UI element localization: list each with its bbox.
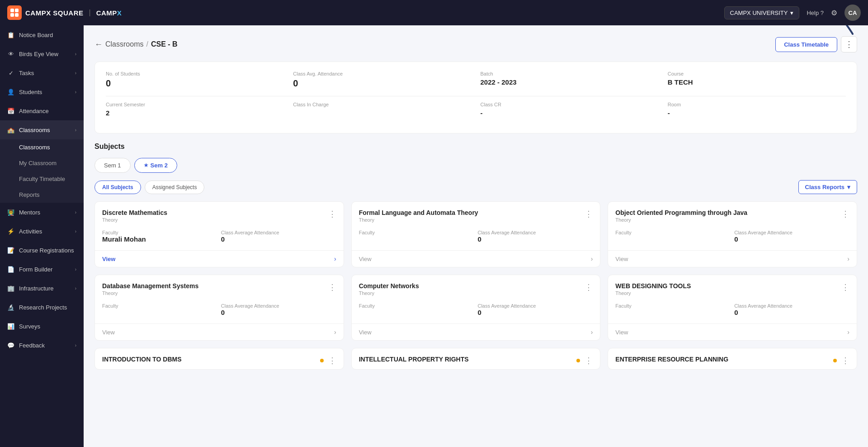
info-field-students: No. of Students 0	[106, 71, 284, 89]
surveys-icon: 📊	[7, 323, 14, 330]
sidebar-item-activities[interactable]: ⚡ Activities ›	[0, 222, 84, 241]
warning-dot	[576, 359, 580, 362]
tasks-icon: ✓	[7, 69, 14, 76]
research-icon: 🔬	[7, 304, 14, 311]
avatar[interactable]: CA	[844, 5, 861, 21]
tab-sem2[interactable]: ★ Sem 2	[134, 158, 177, 173]
sidebar-item-form-builder[interactable]: 📄 Form Builder ›	[0, 260, 84, 279]
students-icon: 👤	[7, 88, 14, 95]
view-link[interactable]: View	[102, 329, 115, 336]
sidebar-item-notice-board[interactable]: 📋 Notice Board	[0, 25, 84, 44]
chevron-right-icon: ›	[75, 343, 76, 348]
subject-card-erp: ENTERPRISE RESOURCE PLANNING ⋮	[608, 348, 857, 370]
sidebar-item-students[interactable]: 👤 Students ›	[0, 82, 84, 101]
card-more-icon[interactable]: ⋮	[585, 282, 593, 292]
faculty-value	[615, 309, 731, 316]
card-chevron-icon: ›	[334, 328, 336, 336]
card-more-icon[interactable]: ⋮	[841, 282, 849, 292]
card-title: INTRODUCTION TO DBMS	[102, 356, 182, 363]
card-title: ENTERPRISE RESOURCE PLANNING	[615, 356, 728, 363]
attendance-icon: 📅	[7, 107, 14, 114]
dropdown-icon: ▾	[790, 10, 793, 16]
faculty-label: Faculty	[359, 230, 474, 235]
card-more-icon[interactable]: ⋮	[328, 209, 336, 219]
filter-bar: All Subjects Assigned Subjects Class Rep…	[94, 180, 857, 194]
sidebar-sub-my-classroom[interactable]: My Classroom	[0, 155, 84, 171]
sidebar-label-infrastructure: Infrastructure	[19, 285, 54, 292]
logo-campx-text: CAMPX	[96, 9, 122, 17]
sidebar-item-attendance[interactable]: 📅 Attendance	[0, 101, 84, 120]
sidebar-item-feedback[interactable]: 💬 Feedback ›	[0, 336, 84, 355]
view-link[interactable]: View	[615, 329, 628, 336]
logo: CAMPX SQUARE | CAMPX	[7, 5, 122, 20]
main-layout: 📋 Notice Board 👁 Birds Eye View › ✓ Task…	[0, 25, 868, 447]
settings-icon[interactable]: ⚙	[831, 9, 837, 17]
filter-pills: All Subjects Assigned Subjects	[94, 181, 204, 194]
help-button[interactable]: Help ?	[807, 10, 824, 16]
breadcrumb: ← Classrooms / CSE - B	[94, 40, 178, 49]
view-link[interactable]: View	[359, 329, 372, 336]
subject-card-dbms: Database Management Systems Theory ⋮ Fac…	[94, 275, 344, 341]
back-button[interactable]: ←	[94, 40, 103, 49]
class-timetable-button[interactable]: Class Timetable	[775, 37, 837, 52]
subject-card-ipr: INTELLECTUAL PROPERTY RIGHTS ⋮	[351, 348, 601, 370]
sidebar-sub-classrooms[interactable]: Classrooms	[0, 139, 84, 155]
sidebar-label-tasks: Tasks	[19, 70, 34, 76]
attendance-label: Class Average Attendance	[477, 230, 593, 235]
subject-card-web-designing: WEB DESIGNING TOOLS Theory ⋮ Faculty	[608, 275, 857, 341]
card-more-icon[interactable]: ⋮	[841, 209, 849, 219]
class-cr-label: Class CR	[481, 102, 659, 107]
subject-card-discrete-math: Discrete Mathematics Theory ⋮ Faculty Mu…	[94, 201, 344, 267]
sub-label-classrooms: Classrooms	[19, 144, 50, 151]
batch-label: Batch	[481, 71, 659, 76]
filter-all-subjects[interactable]: All Subjects	[94, 181, 141, 194]
card-more-icon[interactable]: ⋮	[585, 356, 593, 366]
sidebar-item-birds-eye-view[interactable]: 👁 Birds Eye View ›	[0, 44, 84, 63]
info-field-attendance: Class Avg. Attendance 0	[293, 71, 471, 89]
attendance-label: Class Average Attendance	[221, 230, 336, 235]
view-link[interactable]: View	[359, 256, 372, 262]
subjects-section: Subjects Sem 1 ★ Sem 2 All Subjects Assi…	[94, 143, 857, 370]
card-more-icon[interactable]: ⋮	[328, 356, 336, 366]
info-grid-bottom: Current Semester 2 Class In Charge Class…	[106, 102, 846, 117]
card-more-icon[interactable]: ⋮	[585, 209, 593, 219]
reports-label: Class Reports	[805, 184, 844, 190]
university-selector[interactable]: CAMPX UNIVERSITY ▾	[724, 6, 800, 19]
sidebar-item-mentors[interactable]: 👨‍🏫 Mentors ›	[0, 203, 84, 222]
card-chevron-icon: ›	[591, 328, 593, 336]
view-link[interactable]: View	[102, 256, 115, 262]
info-grid-top: No. of Students 0 Class Avg. Attendance …	[106, 71, 846, 89]
attendance-value: 0	[734, 235, 849, 243]
sidebar-item-tasks[interactable]: ✓ Tasks ›	[0, 63, 84, 82]
logo-brand-text: CAMPX SQUARE	[25, 9, 84, 17]
sub-label-reports: Reports	[19, 191, 40, 198]
sidebar-item-surveys[interactable]: 📊 Surveys	[0, 317, 84, 336]
sidebar-label-students: Students	[19, 89, 42, 95]
card-chevron-icon: ›	[847, 328, 849, 336]
card-more-icon[interactable]: ⋮	[328, 282, 336, 292]
card-title: Object Oriented Programming through Java	[615, 209, 747, 216]
course-reg-icon: 📝	[7, 247, 14, 254]
sidebar-label-notice-board: Notice Board	[19, 32, 53, 38]
sidebar-sub-faculty-timetable[interactable]: Faculty Timetable	[0, 171, 84, 187]
sidebar-item-course-registrations[interactable]: 📝 Course Registrations	[0, 241, 84, 260]
faculty-value	[615, 235, 731, 243]
sidebar-item-research-projects[interactable]: 🔬 Research Projects	[0, 298, 84, 317]
room-value: -	[668, 109, 846, 117]
chevron-right-icon: ›	[75, 210, 76, 215]
class-reports-button[interactable]: Class Reports ▾	[798, 180, 857, 194]
card-type: Theory	[615, 217, 747, 223]
more-options-button[interactable]: ⋮	[841, 36, 857, 52]
view-link[interactable]: View	[615, 256, 628, 262]
logo-icon	[7, 5, 22, 20]
sidebar-item-infrastructure[interactable]: 🏢 Infrastructure ›	[0, 279, 84, 298]
info-field-course: Course B TECH	[668, 71, 846, 89]
sidebar-sub-reports[interactable]: Reports	[0, 187, 84, 203]
sidebar-item-classrooms[interactable]: 🏫 Classrooms ›	[0, 120, 84, 139]
subject-card-formal-language: Formal Language and Automata Theory Theo…	[351, 201, 601, 267]
card-more-icon[interactable]: ⋮	[841, 356, 849, 366]
tab-sem1[interactable]: Sem 1	[94, 158, 131, 173]
filter-assigned-subjects[interactable]: Assigned Subjects	[145, 181, 205, 194]
course-label: Course	[668, 71, 846, 76]
faculty-label: Faculty	[102, 303, 217, 309]
